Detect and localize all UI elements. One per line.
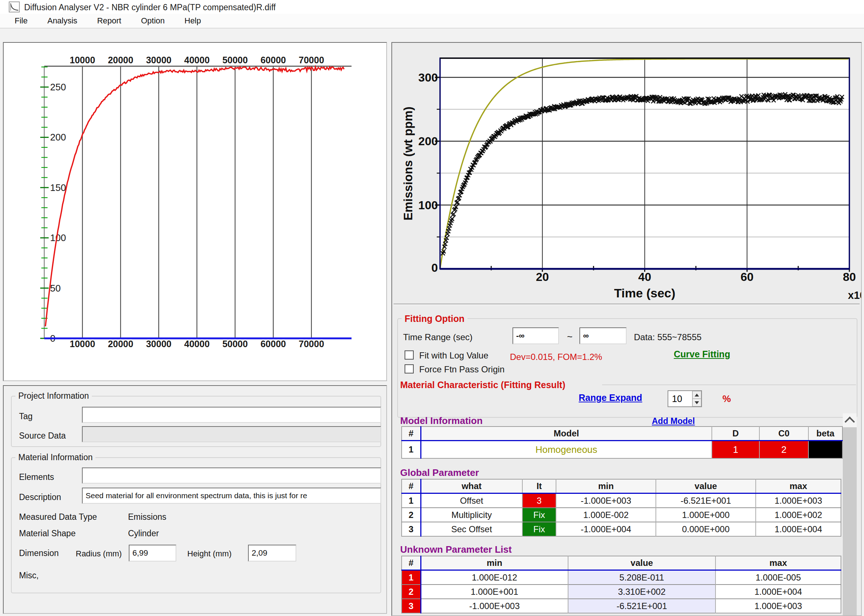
description-input[interactable]: [82, 488, 381, 504]
gp-it-cell[interactable]: Fix: [522, 508, 556, 522]
spinner-up-icon: [694, 394, 699, 396]
gp-what-cell[interactable]: Multiplicity: [421, 508, 522, 522]
up-header-num: #: [402, 556, 421, 570]
gp-min-cell[interactable]: 1.000E-002: [556, 508, 656, 522]
material-characteristic-area: Material Characteristic (Fitting Result)…: [397, 379, 858, 616]
model-row[interactable]: 1 Homogeneous 1 2: [402, 441, 842, 459]
up-min-cell[interactable]: -1.000E+003: [421, 599, 568, 613]
table-row[interactable]: 1 Offset 3 -1.000E+003 -6.521E+001 1.000…: [402, 493, 841, 508]
table-row[interactable]: 3 Sec Offset Fix -1.000E+004 0.000E+000 …: [402, 522, 841, 536]
radius-label: Radius (mm): [76, 549, 122, 559]
up-value-cell[interactable]: 5.208E-011: [568, 570, 715, 585]
svg-text:50000: 50000: [222, 339, 248, 349]
title-bar: Diffusion Analyser V2 - NBR cylinder 6 M…: [0, 0, 864, 14]
up-header-min: min: [421, 556, 568, 570]
gp-min-cell[interactable]: -1.000E+004: [556, 522, 656, 536]
model-d-cell[interactable]: 1: [712, 441, 759, 459]
scroll-up-button[interactable]: [843, 413, 857, 427]
table-row[interactable]: 2 Multiplicity Fix 1.000E-002 1.000E+000…: [402, 508, 841, 522]
up-header-max: max: [715, 556, 841, 570]
height-input[interactable]: [248, 545, 296, 561]
table-row[interactable]: 3 -1.000E+003 -6.521E+001 1.000E+003: [402, 599, 841, 613]
gp-header-max: max: [756, 479, 841, 493]
time-range-to-input[interactable]: [580, 327, 627, 344]
gp-max-cell[interactable]: 1.000E+004: [756, 522, 841, 536]
gp-row-num: 1: [402, 493, 421, 508]
material-shape-value: Cylinder: [128, 529, 159, 539]
gp-max-cell[interactable]: 1.000E+002: [756, 508, 841, 522]
model-beta-cell[interactable]: [808, 441, 842, 459]
model-c0-cell[interactable]: 2: [759, 441, 808, 459]
elements-label: Elements: [19, 472, 54, 482]
menu-report[interactable]: Report: [97, 16, 121, 26]
gp-value-cell[interactable]: -6.521E+001: [656, 493, 756, 508]
raw-emissions-chart: 1000010000200002000030000300004000040000…: [4, 43, 386, 380]
menu-help[interactable]: Help: [184, 16, 201, 26]
gp-header-what: what: [421, 479, 522, 493]
measured-data-type-value: Emissions: [128, 512, 167, 522]
spinner-up-button[interactable]: [693, 391, 701, 399]
svg-text:x103: x103: [848, 288, 861, 301]
gp-what-cell[interactable]: Sec Offset: [421, 522, 522, 536]
force-origin-checkbox[interactable]: [405, 365, 414, 374]
curve-fitting-link[interactable]: Curve Fitting: [674, 349, 730, 360]
vertical-scrollbar[interactable]: [843, 413, 857, 615]
col-header-num: #: [402, 426, 421, 441]
menu-file[interactable]: File: [15, 16, 27, 26]
add-model-link[interactable]: Add Model: [652, 416, 695, 426]
up-max-cell[interactable]: 1.000E+003: [715, 599, 841, 613]
gp-header-value: value: [656, 479, 756, 493]
range-expand-input[interactable]: [668, 391, 692, 406]
info-panel: Project Information Tag Source Data Mate…: [3, 385, 387, 614]
gp-value-cell[interactable]: 0.000E+000: [656, 522, 756, 536]
fitting-option-title: Fitting Option: [402, 313, 468, 324]
range-expand-spinner[interactable]: [668, 390, 702, 407]
svg-text:40000: 40000: [184, 339, 210, 349]
spinner-down-button[interactable]: [693, 399, 701, 406]
up-min-cell[interactable]: 1.000E+001: [421, 585, 568, 599]
up-value-cell[interactable]: 3.310E+002: [568, 585, 715, 599]
svg-text:250: 250: [50, 82, 66, 93]
source-data-input[interactable]: [82, 426, 381, 442]
radius-input[interactable]: [129, 545, 176, 561]
svg-text:30000: 30000: [146, 55, 171, 65]
model-information-title: Model Information: [400, 415, 482, 426]
table-row[interactable]: 1 1.000E-012 5.208E-011 1.000E-005: [402, 570, 841, 585]
misc-label: Misc,: [19, 570, 39, 580]
menu-option[interactable]: Option: [141, 16, 165, 26]
scrollbar-track[interactable]: [843, 427, 857, 615]
gp-it-cell[interactable]: 3: [522, 493, 556, 508]
svg-text:40: 40: [638, 270, 652, 283]
elements-input[interactable]: [82, 467, 381, 484]
up-max-cell[interactable]: 1.000E-005: [715, 570, 841, 585]
col-header-d: D: [712, 426, 759, 441]
svg-text:20000: 20000: [108, 55, 134, 65]
gp-min-cell[interactable]: -1.000E+003: [556, 493, 656, 508]
range-expand-link[interactable]: Range Expand: [579, 393, 643, 403]
up-min-cell[interactable]: 1.000E-012: [421, 570, 568, 585]
gp-header-num: #: [402, 479, 421, 493]
up-value-cell[interactable]: -6.521E+001: [568, 599, 715, 613]
gp-max-cell[interactable]: 1.000E+003: [756, 493, 841, 508]
svg-text:60: 60: [740, 270, 754, 283]
diffusion-curve-icon: [9, 2, 19, 12]
svg-text:100: 100: [418, 199, 438, 212]
global-parameter-table: # what It min value max 1 Offset 3 -1.00…: [401, 479, 841, 537]
tag-input[interactable]: [82, 407, 381, 423]
dimension-label: Dimension: [19, 548, 59, 558]
svg-text:200: 200: [418, 135, 438, 148]
table-row[interactable]: 2 1.000E+001 3.310E+002 1.000E+004: [402, 585, 841, 599]
force-origin-label: Force Ftn Pass Origin: [419, 365, 504, 375]
gp-what-cell[interactable]: Offset: [421, 493, 522, 508]
model-row-num: 1: [402, 441, 421, 459]
up-row-num: 2: [402, 585, 421, 599]
svg-text:70000: 70000: [299, 55, 324, 65]
unknown-parameter-table: # min value max 1 1.000E-012 5.208E-011 …: [401, 556, 841, 613]
model-name-cell[interactable]: Homogeneous: [421, 441, 712, 459]
menu-analysis[interactable]: Analysis: [47, 16, 77, 26]
time-range-from-input[interactable]: [512, 327, 559, 344]
gp-value-cell[interactable]: 1.000E+000: [656, 508, 756, 522]
up-max-cell[interactable]: 1.000E+004: [715, 585, 841, 599]
fit-log-checkbox[interactable]: [405, 350, 414, 360]
gp-it-cell[interactable]: Fix: [522, 522, 556, 536]
